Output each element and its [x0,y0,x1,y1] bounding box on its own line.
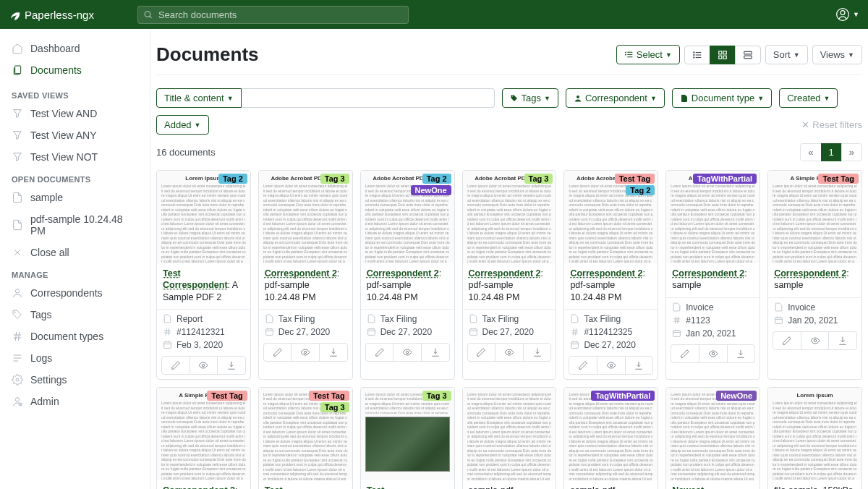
tag-pill[interactable]: TagWithPartial [591,391,655,401]
edit-button[interactable] [671,345,699,362]
sidebar-saved-view[interactable]: Test View NOT [0,146,150,168]
tag-pill[interactable]: Tag 2 [626,185,655,195]
document-card[interactable]: Lorem ipsum dolor sit amet consectetur a… [563,387,658,489]
sidebar-open-doc[interactable]: pdf-sample 10.24.48 PM [0,208,150,242]
thumbnail[interactable]: Adobe Acrobat PDF FilesLorem ipsum dolor… [463,171,556,263]
thumbnail[interactable]: Lorem IpsumLorem ipsum dolor sit amet co… [157,171,250,263]
preview-button[interactable] [597,357,625,374]
document-card[interactable]: A Simple PDF FileLorem ipsum dolor sit a… [767,170,862,380]
document-card[interactable]: Lorem ipsum dolor sit amet consectetur a… [665,387,760,489]
sidebar-manage-admin[interactable]: Admin [0,391,150,412]
document-card[interactable]: Lorem ipsum dolor sit amet consectetur a… [258,387,353,489]
sidebar-saved-view[interactable]: Test View ANY [0,124,150,146]
view-details-button[interactable] [735,46,761,64]
sort-button[interactable]: Sort ▼ [765,45,808,64]
correspondent-link[interactable]: Test Correspondent [367,485,432,489]
correspondent-link[interactable]: Newest Correspondent [672,485,737,489]
correspondent-link[interactable]: Correspondent 2 [774,268,846,278]
tag-pill[interactable]: Test Tag [818,174,859,184]
download-button[interactable] [217,357,245,374]
preview-button[interactable] [801,332,829,349]
preview-button[interactable] [291,344,319,361]
correspondent-link[interactable]: Correspondent 2 [672,268,744,278]
tag-pill[interactable]: Test Tag [615,174,655,184]
edit-button[interactable] [366,344,393,361]
thumbnail[interactable]: Lorem ipsum dolor sit amet consectetur a… [361,388,454,480]
sidebar-manage-tags[interactable]: Tags [0,304,150,326]
preview-button[interactable] [699,345,727,362]
document-card[interactable]: Lorem ipsum dolor sit amet consectetur a… [360,387,455,489]
preview-button[interactable] [190,357,218,374]
correspondent-link[interactable]: Correspondent 2 [163,485,235,489]
download-button[interactable] [421,344,449,361]
thumbnail[interactable]: A Simple PDF FileLorem ipsum dolor sit a… [768,171,861,263]
tag-pill[interactable]: Test Tag [207,391,247,401]
brand[interactable]: Paperless-ngx [9,9,94,21]
tag-pill[interactable]: Tag 3 [320,402,349,412]
reset-filters-button[interactable]: ✕ Reset filters [801,119,862,130]
thumbnail[interactable]: Adobe Acrobat PDF FilesLorem ipsum dolor… [259,171,352,263]
sidebar-saved-view[interactable]: Test View AND [0,103,150,124]
preview-button[interactable] [393,344,421,361]
thumbnail[interactable]: Lorem ipsum dolor sit amet consectetur a… [259,388,352,480]
tag-pill[interactable]: NewOne [411,185,451,195]
filter-text-input[interactable] [242,88,495,108]
download-button[interactable] [727,345,755,362]
tag-pill[interactable]: TagWithPartial [693,174,757,184]
download-button[interactable] [319,344,347,361]
document-card[interactable]: Adobe Acrobat PDF FilesLorem ipsum dolor… [462,170,557,380]
thumbnail[interactable]: Adobe Acrobat PDF FilesLorem ipsum dolor… [564,171,658,263]
thumbnail[interactable]: Lorem ipsum dolor sit amet consectetur a… [564,388,658,480]
document-card[interactable]: Lorem IpsumLorem ipsum dolor sit amet co… [156,170,251,380]
download-button[interactable] [523,344,551,361]
filter-correspondent-button[interactable]: Correspondent ▼ [566,88,665,108]
document-card[interactable]: Lorem ipsum dolor sit amet consectetur a… [462,387,557,489]
sidebar-manage-document-types[interactable]: Document types [0,326,150,347]
view-list-button[interactable] [684,46,710,64]
document-card[interactable]: A Simple PDF FileLorem ipsum dolor sit a… [156,387,251,489]
filter-tags-button[interactable]: Tags ▼ [502,88,558,108]
view-grid-button[interactable] [710,46,736,64]
tag-pill[interactable]: Tag 2 [218,174,247,184]
filter-added-button[interactable]: Added ▼ [156,115,209,135]
sidebar-item-documents[interactable]: Documents [0,59,150,81]
sidebar-manage-settings[interactable]: Settings [0,369,150,391]
user-menu[interactable]: ▼ [835,7,859,22]
edit-button[interactable] [773,332,801,349]
sidebar-manage-logs[interactable]: Logs [0,347,150,369]
edit-button[interactable] [162,357,190,374]
sidebar-item-close-all[interactable]: Close all [0,242,150,263]
search-input[interactable] [137,6,409,24]
correspondent-link[interactable]: Correspondent 2 [367,268,439,278]
thumbnail[interactable]: Lorem ipsumLorem ipsum dolor sit amet co… [768,388,861,480]
thumbnail[interactable]: Lorem ipsum dolor sit amet consectetur a… [463,388,556,480]
sidebar-item-dashboard[interactable]: Dashboard [0,38,150,59]
sidebar-manage-correspondents[interactable]: Correspondents [0,282,150,304]
edit-button[interactable] [468,344,495,361]
views-button[interactable]: Views ▼ [812,45,862,64]
document-card[interactable]: A Simple PDF FileLorem ipsum dolor sit a… [665,170,760,380]
document-card[interactable]: Adobe Acrobat PDF FilesLorem ipsum dolor… [563,170,658,380]
thumbnail[interactable]: Adobe Acrobat PDF FilesLorem ipsum dolor… [361,171,454,263]
correspondent-link[interactable]: Correspondent 2 [265,268,337,278]
sidebar-open-doc[interactable]: sample [0,187,150,208]
preview-button[interactable] [495,344,523,361]
filter-mode-dropdown[interactable]: Title & content ▼ [156,88,242,108]
edit-button[interactable] [264,344,292,361]
select-button[interactable]: Select▼ [616,45,680,64]
download-button[interactable] [828,332,856,349]
document-card[interactable]: Adobe Acrobat PDF FilesLorem ipsum dolor… [360,170,455,380]
page-prev[interactable]: « [800,143,821,161]
tag-pill[interactable]: Tag 3 [320,174,349,184]
tag-pill[interactable]: NewOne [716,391,757,401]
page-next[interactable]: » [841,143,862,161]
edit-button[interactable] [569,357,597,374]
filter-created-button[interactable]: Created ▼ [779,88,838,108]
thumbnail[interactable]: Lorem ipsum dolor sit amet consectetur a… [666,388,760,480]
correspondent-link[interactable]: Test Correspondent [163,268,228,290]
download-button[interactable] [625,357,653,374]
document-card[interactable]: Lorem ipsumLorem ipsum dolor sit amet co… [767,387,862,489]
tag-pill[interactable]: Test Tag [309,391,349,401]
thumbnail[interactable]: A Simple PDF FileLorem ipsum dolor sit a… [157,388,250,480]
page-current[interactable]: 1 [821,143,842,161]
